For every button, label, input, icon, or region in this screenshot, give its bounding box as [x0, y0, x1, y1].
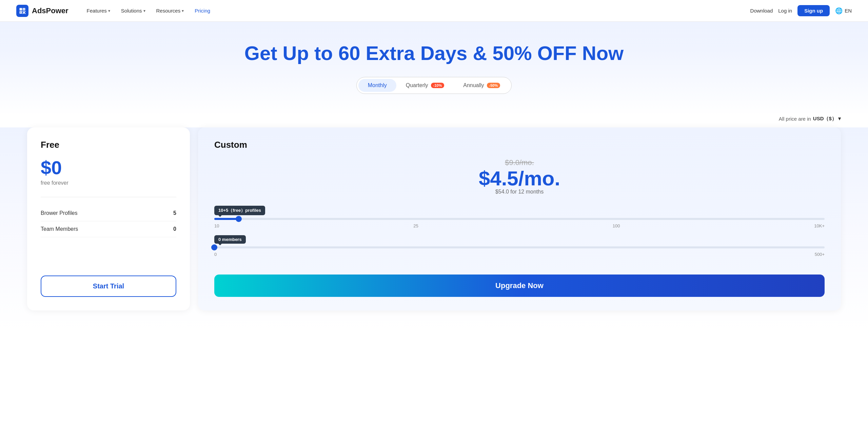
logo-icon: [16, 5, 28, 17]
slider-label-100: 100: [613, 223, 620, 228]
members-slider-section: 0 members 0 500+: [214, 235, 825, 257]
chevron-down-icon: ▾: [143, 8, 145, 13]
start-trial-button[interactable]: Start Trial: [41, 276, 176, 297]
billing-toggle: Monthly Quarterly -10% Annually -50%: [356, 77, 512, 94]
billing-monthly-button[interactable]: Monthly: [358, 79, 396, 92]
profiles-slider-track: [214, 218, 825, 220]
slider-label-500: 500+: [815, 252, 825, 257]
currency-row: All price are in USD（$） ▾: [0, 116, 868, 127]
custom-old-price: $9.0/mo.: [214, 158, 825, 167]
nav-resources[interactable]: Resources ▾: [152, 5, 189, 16]
chevron-down-icon: ▾: [108, 8, 110, 13]
language-button[interactable]: 🌐 EN: [835, 7, 852, 15]
card-divider: [41, 197, 176, 197]
currency-prefix: All price are in: [779, 116, 811, 122]
currency-selector[interactable]: USD（$） ▾: [813, 116, 841, 122]
chevron-down-icon: ▾: [838, 116, 841, 121]
members-slider-track: [214, 246, 825, 248]
slider-label-0: 0: [214, 252, 217, 257]
navbar: AdsPower Features ▾ Solutions ▾ Resource…: [0, 0, 868, 22]
globe-icon: 🌐: [835, 7, 843, 15]
adspower-logo-svg: [19, 7, 26, 15]
feature-label: Brower Profiles: [41, 210, 77, 216]
login-button[interactable]: Log in: [778, 8, 792, 14]
members-slider-labels: 0 500+: [214, 252, 825, 257]
custom-plan-card: Custom $9.0/mo. $4.5/mo. $54.0 for 12 mo…: [198, 127, 841, 310]
logo-text: AdsPower: [32, 6, 68, 15]
billing-annually-button[interactable]: Annually -50%: [454, 79, 510, 92]
card-spacer: [41, 237, 176, 265]
members-slider-thumb[interactable]: [211, 244, 217, 250]
svg-rect-0: [20, 8, 22, 10]
signup-button[interactable]: Sign up: [797, 5, 830, 16]
members-tooltip: 0 members: [214, 235, 246, 244]
free-plan-title: Free: [41, 140, 176, 150]
free-plan-price: $0: [41, 158, 176, 177]
logo[interactable]: AdsPower: [16, 5, 68, 17]
profiles-slider-section: 10+5（free）profiles 10 25 100 10K+: [214, 206, 825, 228]
custom-new-price: $4.5/mo.: [214, 168, 825, 189]
pricing-cards: Free $0 free forever Brower Profiles 5 T…: [0, 127, 868, 331]
profiles-slider-labels: 10 25 100 10K+: [214, 223, 825, 228]
free-plan-card: Free $0 free forever Brower Profiles 5 T…: [27, 127, 190, 310]
nav-menu: Features ▾ Solutions ▾ Resources ▾ Prici…: [82, 5, 215, 16]
upgrade-now-button[interactable]: Upgrade Now: [214, 275, 825, 297]
hero-section: Get Up to 60 Extra Days & 50% OFF Now Mo…: [0, 22, 868, 116]
profiles-slider-fill: [214, 218, 239, 220]
slider-label-25: 25: [413, 223, 418, 228]
custom-plan-title: Custom: [214, 140, 825, 150]
feature-value: 5: [173, 210, 176, 216]
nav-features[interactable]: Features ▾: [82, 5, 115, 16]
nav-solutions[interactable]: Solutions ▾: [116, 5, 150, 16]
nav-left: AdsPower Features ▾ Solutions ▾ Resource…: [16, 5, 215, 17]
annually-discount-badge: -50%: [487, 83, 500, 88]
feature-browser-profiles: Brower Profiles 5: [41, 205, 176, 221]
profiles-tooltip: 10+5（free）profiles: [214, 206, 265, 215]
billing-quarterly-button[interactable]: Quarterly -10%: [396, 79, 454, 92]
feature-team-members: Team Members 0: [41, 221, 176, 237]
slider-label-10: 10: [214, 223, 219, 228]
feature-value: 0: [173, 226, 176, 232]
download-button[interactable]: Download: [750, 8, 773, 14]
quarterly-discount-badge: -10%: [431, 83, 445, 88]
slider-label-10k: 10K+: [814, 223, 825, 228]
svg-rect-1: [23, 8, 25, 10]
hero-title: Get Up to 60 Extra Days & 50% OFF Now: [16, 42, 852, 65]
free-plan-subtitle: free forever: [41, 180, 176, 186]
custom-billing-note: $54.0 for 12 months: [214, 189, 825, 195]
nav-right: Download Log in Sign up 🌐 EN: [750, 5, 852, 16]
nav-pricing[interactable]: Pricing: [190, 5, 215, 16]
svg-rect-2: [20, 11, 22, 13]
feature-label: Team Members: [41, 226, 78, 232]
chevron-down-icon: ▾: [182, 8, 184, 13]
profiles-slider-thumb[interactable]: [236, 216, 242, 222]
